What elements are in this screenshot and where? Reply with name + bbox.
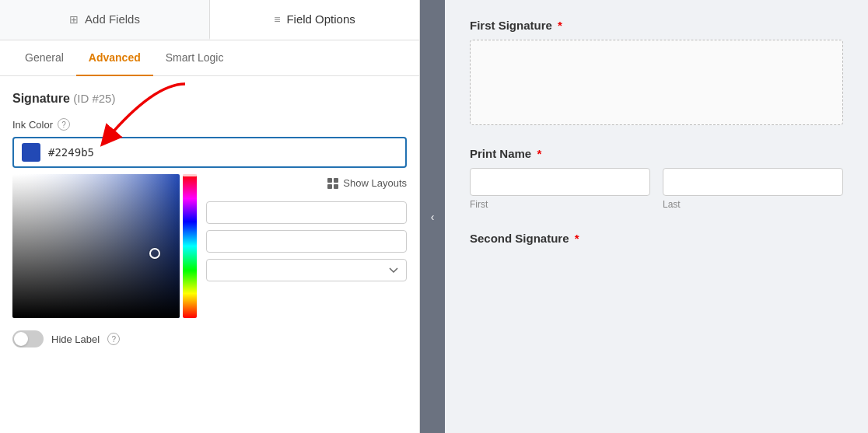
print-name-label: Print Name * (470, 147, 843, 160)
color-swatch (22, 143, 40, 162)
field-options-icon: ≡ (274, 13, 280, 26)
first-signature-box[interactable] (470, 40, 843, 125)
color-hex-input[interactable] (48, 146, 397, 159)
toggle-knob (14, 332, 28, 346)
layouts-icon (327, 178, 338, 189)
print-name-row: First Last (470, 168, 843, 210)
last-name-sub-label: Last (663, 199, 843, 210)
first-signature-label: First Signature * (470, 19, 843, 32)
hide-label-toggle[interactable] (12, 330, 44, 347)
first-signature-required: * (558, 19, 562, 32)
top-tab-bar: ⊞ Add Fields ≡ Field Options (0, 0, 419, 40)
color-picker-right: Show Layouts (197, 174, 407, 318)
tab-advanced[interactable]: Advanced (76, 40, 153, 76)
color-text-field-2[interactable] (206, 230, 407, 253)
color-picker-container: Show Layouts (12, 174, 407, 318)
panel-content: Signature (ID #25) Ink Color ? (0, 76, 419, 433)
field-title: Signature (ID #25) (12, 92, 407, 106)
show-layouts-label: Show Layouts (343, 177, 407, 189)
hue-strip[interactable] (183, 174, 197, 318)
color-input-row[interactable] (12, 137, 407, 168)
ink-color-label-row: Ink Color ? (12, 118, 407, 131)
print-name-group: Print Name * First Last (470, 147, 843, 210)
first-name-input[interactable] (470, 168, 650, 196)
tab-smart-logic[interactable]: Smart Logic (153, 40, 236, 76)
tab-general[interactable]: General (12, 40, 76, 76)
first-name-sub-label: First (470, 199, 650, 210)
color-gradient[interactable] (12, 174, 180, 318)
left-panel: ⊞ Add Fields ≡ Field Options General Adv… (0, 0, 420, 433)
ink-color-label: Ink Color (12, 119, 53, 131)
arrow-annotation (61, 76, 201, 154)
print-name-required: * (537, 147, 541, 160)
right-panel: First Signature * Print Name * First Las… (445, 0, 868, 433)
hue-indicator (183, 174, 197, 176)
second-signature-group: Second Signature * (470, 232, 843, 245)
hide-label-help-icon[interactable]: ? (107, 333, 120, 345)
first-name-col: First (470, 168, 650, 210)
add-fields-label: Add Fields (85, 12, 140, 26)
sub-tab-bar: General Advanced Smart Logic (0, 40, 419, 76)
field-id: (ID #25) (73, 92, 115, 105)
color-picker-cursor[interactable] (149, 248, 160, 259)
first-signature-group: First Signature * (470, 19, 843, 125)
color-type-select[interactable] (206, 259, 407, 281)
panel-divider[interactable]: ‹ (420, 0, 445, 433)
last-name-col: Last (663, 168, 843, 210)
hide-label-row: Hide Label ? (12, 330, 407, 347)
last-name-input[interactable] (663, 168, 843, 196)
color-text-field[interactable] (206, 201, 407, 224)
tab-field-options[interactable]: ≡ Field Options (210, 0, 419, 40)
add-fields-icon: ⊞ (69, 13, 79, 26)
second-signature-required: * (575, 232, 579, 245)
gradient-black-overlay (12, 174, 180, 318)
tab-add-fields[interactable]: ⊞ Add Fields (0, 0, 210, 40)
show-layouts-button[interactable]: Show Layouts (327, 174, 407, 192)
second-signature-label: Second Signature * (470, 232, 843, 245)
ink-color-help-icon[interactable]: ? (58, 118, 70, 131)
hide-label-text: Hide Label (51, 333, 100, 345)
field-options-label: Field Options (286, 12, 355, 26)
collapse-button[interactable]: ‹ (425, 209, 440, 225)
